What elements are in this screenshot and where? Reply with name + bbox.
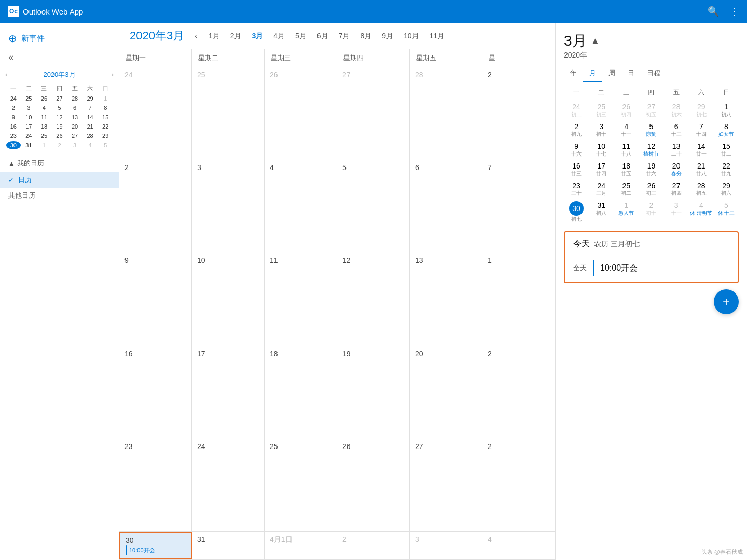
right-mini-cal-day[interactable]: 3初十 [589,120,614,140]
mini-cal-day[interactable]: 25 [37,132,51,140]
right-mini-cal-day[interactable]: 12植树节 [639,140,663,160]
mini-cal-day[interactable]: 17 [22,122,36,131]
cal-day-cell[interactable]: 11 [265,253,337,345]
mini-cal-day[interactable]: 10 [22,113,36,121]
mini-cal-day[interactable]: 22 [98,122,113,131]
mini-cal-day[interactable]: 29 [83,94,98,103]
mini-cal-day[interactable]: 2 [52,141,67,149]
more-icon[interactable]: ⋮ [729,6,739,17]
right-mini-cal-day[interactable]: 2初九 [564,120,589,140]
cal-day-cell[interactable]: 13 [410,253,482,345]
cal-day-cell[interactable]: 12 [337,253,410,345]
cal-day-cell[interactable]: 25 [192,67,265,160]
cal-day-cell[interactable]: 27 [337,67,410,160]
search-icon[interactable]: 🔍 [708,6,719,17]
cal-day-cell[interactable]: 2 [482,67,555,160]
right-mini-cal-day[interactable]: 24三月 [589,179,614,199]
right-mini-cal-day[interactable]: 28初五 [689,179,714,199]
cal-day-cell[interactable]: 2 [482,346,555,439]
mini-cal-day[interactable]: 4 [37,104,51,112]
cal-day-cell[interactable]: 26 [337,439,410,531]
cal-day-cell[interactable]: 28 [410,67,482,160]
cal-day-cell[interactable]: 16 [119,346,192,439]
cal-day-cell[interactable]: 3 [410,532,482,559]
right-mini-cal-day[interactable]: 1初八 [714,101,739,120]
cal-day-cell[interactable]: 24 [119,67,192,160]
mini-cal-next[interactable]: › [112,71,114,78]
mini-cal-day[interactable]: 7 [83,104,98,112]
cal-day-cell[interactable]: 2 [119,160,192,253]
mini-cal-day[interactable]: 5 [98,141,113,149]
right-mini-cal-day[interactable]: 21廿八 [689,160,714,179]
right-mini-cal-day[interactable]: 15廿二 [714,140,739,160]
right-mini-cal-day[interactable]: 14廿一 [689,140,714,160]
mini-cal-day[interactable]: 1 [37,141,51,149]
mini-cal-day[interactable]: 3 [22,104,36,112]
right-mini-cal-day[interactable]: 19廿六 [639,160,663,179]
right-mini-cal-day[interactable]: 2初十 [639,199,663,225]
month-nav-item[interactable]: 6月 [312,30,334,42]
mini-cal-day[interactable]: 18 [37,122,51,131]
right-mini-cal-day[interactable]: 23三十 [564,179,589,199]
right-mini-cal-day[interactable]: 31初八 [589,199,614,225]
right-mini-cal-day[interactable]: 25初二 [614,179,639,199]
right-month-arrow[interactable]: ▲ [591,36,600,47]
month-nav-item[interactable]: 11月 [424,30,450,42]
collapse-button[interactable]: « [0,49,119,66]
month-nav-item[interactable]: 9月 [377,30,398,42]
mini-cal-day[interactable]: 4 [83,141,98,149]
right-mini-cal-day[interactable]: 25初三 [589,101,614,120]
mini-cal-day[interactable]: 23 [6,132,21,140]
cal-day-cell[interactable]: 24 [192,439,265,531]
cal-day-cell[interactable]: 4月1日 [265,532,337,559]
cal-day-cell[interactable]: 19 [337,346,410,439]
right-mini-cal-day[interactable]: 8妇女节 [714,120,739,140]
view-tab[interactable]: 月 [583,65,602,82]
view-tab[interactable]: 周 [602,65,621,82]
cal-day-cell[interactable]: 3 [192,160,265,253]
right-mini-cal-day[interactable]: 29初六 [714,179,739,199]
right-mini-cal-day[interactable]: 24初二 [564,101,589,120]
mini-cal-day[interactable]: 29 [98,132,113,140]
mini-cal-day[interactable]: 28 [67,94,82,103]
right-mini-cal-day[interactable]: 4十一 [614,120,639,140]
mini-cal-day[interactable]: 13 [67,113,82,121]
right-mini-cal-day[interactable]: 27初四 [664,179,689,199]
mini-cal-day[interactable]: 15 [98,113,113,121]
right-mini-cal-day[interactable]: 27初五 [639,101,663,120]
mini-cal-day[interactable]: 3 [67,141,82,149]
new-event-button[interactable]: ⊕ 新事件 [0,28,119,49]
month-nav-item[interactable]: 4月 [268,30,290,42]
cal-day-cell[interactable]: 27 [410,439,482,531]
right-mini-cal-day[interactable]: 26初四 [614,101,639,120]
cal-day-cell[interactable]: 1 [482,253,555,345]
mini-cal-day[interactable]: 5 [52,104,67,112]
cal-day-cell[interactable]: 7 [482,160,555,253]
cal-event-item[interactable]: 10:00开会 [126,545,186,555]
right-mini-cal-day[interactable]: 13二十 [664,140,689,160]
right-mini-cal-day[interactable]: 5惊蛰 [639,120,663,140]
mini-cal-day[interactable]: 21 [83,122,98,131]
right-mini-cal-day[interactable]: 6十三 [664,120,689,140]
cal-day-cell[interactable]: 9 [119,253,192,345]
cal-day-cell[interactable]: 3010:00开会 [119,532,192,559]
mini-cal-day[interactable]: 31 [22,141,36,149]
view-tab[interactable]: 日程 [641,65,667,82]
cal-day-cell[interactable]: 31 [192,532,265,559]
cal-day-cell[interactable]: 2 [482,439,555,531]
mini-cal-day[interactable]: 24 [6,94,21,103]
calendar-item-main[interactable]: ✓ 日历 [0,172,119,188]
view-tab[interactable]: 日 [621,65,641,82]
month-nav-item[interactable]: 3月 [246,30,268,42]
my-calendars-toggle[interactable]: ▲ 我的日历 [8,159,110,168]
month-nav-item[interactable]: 8月 [355,30,377,42]
mini-cal-day[interactable]: 19 [52,122,67,131]
month-nav-item[interactable]: 2月 [225,30,247,42]
mini-cal-day[interactable]: 27 [52,94,67,103]
mini-cal-day[interactable]: 1 [98,94,113,103]
mini-cal-day[interactable]: 2 [6,104,21,112]
mini-cal-day[interactable]: 26 [52,132,67,140]
right-mini-cal-day[interactable]: 22廿九 [714,160,739,179]
right-mini-cal-day[interactable]: 20春分 [664,160,689,179]
right-mini-cal-day[interactable]: 16廿三 [564,160,589,179]
